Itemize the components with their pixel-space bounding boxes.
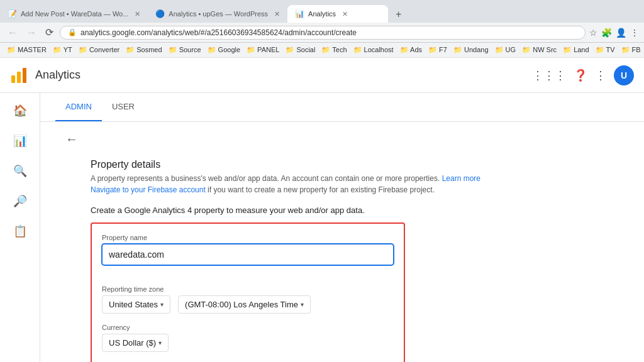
refresh-button[interactable]: ⟳ [43, 25, 56, 40]
browser-tab-3[interactable]: 📊 Analytics ✕ [287, 5, 388, 23]
nav-bar: ← → ⟳ 🔒 analytics.google.com/analytics/w… [0, 23, 644, 43]
country-dropdown-arrow: ▾ [160, 301, 164, 308]
grid-icon[interactable]: ⋮⋮⋮ [532, 69, 566, 82]
currency-dropdown[interactable]: US Dollar ($) ▾ [102, 334, 169, 352]
bookmark-yt[interactable]: 📁 YT [51, 46, 74, 54]
tab1-close[interactable]: ✕ [135, 10, 140, 18]
bookmark-undang[interactable]: 📁 Undang [452, 46, 491, 54]
tab3-label: Analytics [308, 10, 336, 18]
admin-tabs: ADMIN USER [40, 93, 644, 122]
timezone-label: Reporting time zone [102, 285, 394, 293]
main-content-area: ADMIN USER ← Property details A property… [40, 93, 644, 362]
timezone-group: Reporting time zone United States ▾ (GMT… [102, 285, 394, 314]
currency-value: US Dollar ($) [109, 338, 156, 348]
tab1-label: Add New Post • WareData — Wo... [21, 10, 128, 18]
bookmark-star-icon[interactable]: ☆ [589, 28, 597, 38]
currency-dropdown-arrow: ▾ [158, 339, 162, 346]
user-avatar[interactable]: U [614, 65, 634, 85]
tab2-favicon: 🔵 [155, 9, 165, 18]
section-title: Property details [91, 159, 581, 170]
country-value: United States [109, 300, 158, 309]
url-bar[interactable]: 🔒 analytics.google.com/analytics/web/#/a… [60, 26, 586, 40]
app-top-bar-left: Analytics [10, 67, 80, 84]
nav-settings[interactable]: ⚙️ [5, 359, 35, 362]
bookmarks-bar: 📁 MASTER 📁 YT 📁 Converter 📁 Sosmed 📁 Sou… [0, 43, 644, 58]
settings-icon[interactable]: ⋮ [595, 69, 606, 82]
svg-rect-0 [11, 75, 15, 83]
browser-nav-icons: ☆ 🧩 👤 ⋮ [589, 28, 639, 38]
help-icon[interactable]: ❓ [574, 69, 587, 82]
bookmark-ug[interactable]: 📁 UG [493, 46, 518, 54]
bookmark-social[interactable]: 📁 Social [284, 46, 317, 54]
property-name-group: Property name [102, 234, 394, 275]
tab-admin[interactable]: ADMIN [55, 93, 102, 121]
bookmark-ads[interactable]: 📁 Ads [398, 46, 424, 54]
tab3-close[interactable]: ✕ [342, 10, 348, 18]
bookmark-panel[interactable]: 📁 PANEL [245, 46, 281, 54]
svg-rect-1 [17, 72, 21, 83]
country-dropdown[interactable]: United States ▾ [102, 295, 170, 314]
nav-explore[interactable]: 🔍 [5, 158, 35, 184]
bookmark-google[interactable]: 📁 Google [206, 46, 243, 54]
bookmark-tv[interactable]: 📁 TV [594, 46, 617, 54]
learn-more-link[interactable]: Learn more [442, 174, 480, 183]
nav-advertising[interactable]: 🔎 [5, 189, 35, 214]
extension-icon[interactable]: 🧩 [601, 28, 612, 38]
analytics-logo-icon [10, 67, 28, 84]
more-icon[interactable]: ⋮ [630, 28, 639, 38]
bookmark-tech[interactable]: 📁 Tech [319, 46, 348, 54]
nav-reports[interactable]: 📊 [5, 128, 35, 153]
tab-user[interactable]: USER [102, 93, 145, 121]
bookmark-nwsrc[interactable]: 📁 NW Src [520, 46, 558, 54]
create-ga4-text: Create a Google Analytics 4 property to … [91, 206, 581, 215]
property-box: Property name Reporting time zone United… [91, 222, 405, 362]
timezone-dropdowns: United States ▾ (GMT-08:00) Los Angeles … [102, 295, 394, 314]
bookmark-converter[interactable]: 📁 Converter [77, 46, 121, 54]
firebase-desc: if you want to create a new property for… [208, 185, 435, 194]
url-text: analytics.google.com/analytics/web/#/a25… [80, 28, 357, 37]
currency-group: Currency US Dollar ($) ▾ [102, 324, 394, 352]
bookmark-master[interactable]: 📁 MASTER [5, 46, 48, 54]
tab1-favicon: 📝 [8, 9, 17, 18]
section-desc-text: A property represents a business's web a… [91, 174, 442, 183]
tab2-label: Analytics • upGes — WordPress [169, 10, 268, 18]
app-container: 🏠 📊 🔍 🔎 📋 ⚙️ ADMIN USER ← Property detai… [0, 93, 644, 362]
browser-tab-1[interactable]: 📝 Add New Post • WareData — Wo... ✕ [0, 5, 148, 23]
currency-label: Currency [102, 324, 394, 331]
app-top-bar-right: ⋮⋮⋮ ❓ ⋮ U [532, 65, 634, 85]
property-details-section: Property details A property represents a… [91, 159, 581, 362]
nav-configure[interactable]: 📋 [5, 219, 35, 244]
bookmark-sosmed[interactable]: 📁 Sosmed [124, 46, 164, 54]
nav-home[interactable]: 🏠 [5, 98, 35, 123]
firebase-link[interactable]: Navigate to your Firebase account [91, 185, 206, 194]
left-nav: 🏠 📊 🔍 🔎 📋 ⚙️ [0, 93, 40, 362]
app-top-bar: Analytics ⋮⋮⋮ ❓ ⋮ U [0, 58, 644, 93]
bookmark-fb[interactable]: 📁 FB [619, 46, 643, 54]
bookmark-f7[interactable]: 📁 F7 [426, 46, 449, 54]
svg-rect-2 [23, 68, 26, 83]
timezone-dropdown-arrow: ▾ [301, 301, 304, 308]
property-name-input[interactable] [102, 244, 394, 265]
profile-icon[interactable]: 👤 [616, 28, 626, 38]
property-name-label: Property name [102, 234, 394, 241]
new-tab-button[interactable]: + [391, 6, 406, 23]
bookmark-source[interactable]: 📁 Source [167, 46, 203, 54]
back-button[interactable]: ← [5, 26, 20, 40]
content-area: Property details A property represents a… [40, 146, 606, 362]
browser-tab-2[interactable]: 🔵 Analytics • upGes — WordPress ✕ [148, 5, 287, 23]
forward-button[interactable]: → [24, 26, 39, 40]
tab3-favicon: 📊 [295, 9, 304, 18]
app-title: Analytics [35, 69, 80, 82]
tab2-close[interactable]: ✕ [274, 10, 280, 18]
timezone-dropdown[interactable]: (GMT-08:00) Los Angeles Time ▾ [178, 295, 311, 314]
bookmark-land[interactable]: 📁 Land [561, 46, 591, 54]
bookmark-localhost[interactable]: 📁 Localhost [352, 46, 396, 54]
back-arrow-icon[interactable]: ← [65, 132, 78, 146]
lock-icon: 🔒 [68, 28, 77, 36]
browser-tab-bar: 📝 Add New Post • WareData — Wo... ✕ 🔵 An… [0, 0, 644, 23]
timezone-value: (GMT-08:00) Los Angeles Time [185, 300, 298, 309]
section-desc: A property represents a business's web a… [91, 173, 581, 195]
back-nav-row: ← [40, 122, 644, 146]
